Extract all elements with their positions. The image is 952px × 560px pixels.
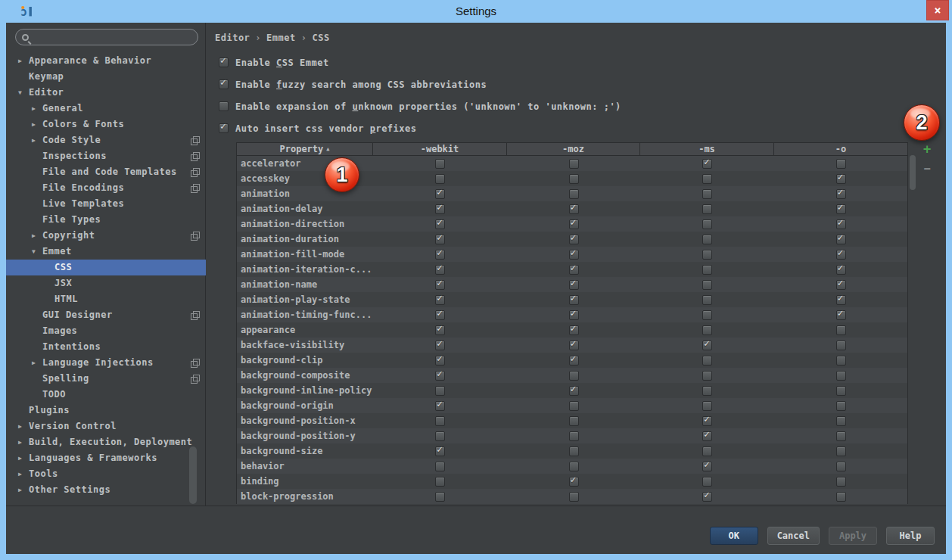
block-progression-o-checkbox[interactable] (836, 492, 846, 502)
chevron-down-icon[interactable]: ▼ (32, 244, 42, 260)
background-composite-moz-checkbox[interactable] (569, 371, 579, 381)
sidebar-scrollbar-thumb[interactable] (189, 446, 197, 504)
sidebar-item-build-execution-deployment[interactable]: ▶Build, Execution, Deployment (6, 434, 206, 450)
sidebar-item-version-control[interactable]: ▶Version Control (6, 418, 206, 434)
background-clip-o-checkbox[interactable] (836, 356, 846, 366)
animation-play-state-webkit-checkbox[interactable]: ✓ (435, 295, 445, 305)
animation-moz-checkbox[interactable] (569, 189, 579, 199)
background-origin-o-checkbox[interactable] (836, 401, 846, 411)
chevron-right-icon[interactable]: ▶ (32, 132, 42, 148)
background-inline-policy-ms-checkbox[interactable] (702, 386, 712, 396)
animation-ms-checkbox[interactable] (702, 189, 712, 199)
animation-name-webkit-checkbox[interactable]: ✓ (435, 280, 445, 290)
background-clip-ms-checkbox[interactable] (702, 356, 712, 366)
property-cell[interactable]: animation-play-state (237, 292, 373, 307)
sidebar-item-language-injections[interactable]: ▶Language Injections (6, 355, 206, 371)
chevron-right-icon[interactable]: ▶ (18, 53, 29, 69)
accesskey-ms-checkbox[interactable] (702, 174, 712, 184)
background-origin-webkit-checkbox[interactable]: ✓ (435, 401, 445, 411)
help-button[interactable]: Help (886, 527, 935, 545)
behavior-o-checkbox[interactable] (836, 462, 846, 471)
sidebar-item-intentions[interactable]: Intentions (6, 339, 206, 355)
animation-delay-webkit-checkbox[interactable]: ✓ (435, 204, 445, 214)
property-cell[interactable]: background-composite (237, 368, 373, 383)
column-header-property[interactable]: Property▲ (237, 143, 373, 155)
chevron-down-icon[interactable]: ▼ (18, 85, 29, 101)
sidebar-item-general[interactable]: ▶General (6, 101, 206, 117)
animation-iteration-c-webkit-checkbox[interactable]: ✓ (435, 265, 445, 275)
sidebar-item-file-types[interactable]: File Types (6, 212, 206, 228)
animation-direction-o-checkbox[interactable]: ✓ (836, 219, 846, 229)
chevron-right-icon[interactable]: ▶ (18, 418, 29, 434)
animation-fill-mode-moz-checkbox[interactable]: ✓ (569, 250, 579, 260)
animation-play-state-moz-checkbox[interactable]: ✓ (569, 295, 579, 305)
animation-iteration-c-o-checkbox[interactable]: ✓ (836, 265, 846, 275)
sidebar-item-todo[interactable]: TODO (6, 387, 206, 403)
sidebar-item-keymap[interactable]: Keymap (6, 69, 206, 85)
property-cell[interactable]: background-position-x (237, 413, 373, 428)
property-cell[interactable]: animation-name (237, 277, 373, 292)
property-cell[interactable]: animation-duration (237, 232, 373, 247)
accelerator-webkit-checkbox[interactable] (435, 159, 445, 169)
sidebar-item-tools[interactable]: ▶Tools (6, 466, 206, 482)
animation-direction-webkit-checkbox[interactable]: ✓ (435, 219, 445, 229)
behavior-ms-checkbox[interactable]: ✓ (702, 462, 712, 471)
background-position-y-moz-checkbox[interactable] (569, 431, 579, 441)
background-size-webkit-checkbox[interactable]: ✓ (435, 446, 445, 456)
background-composite-webkit-checkbox[interactable]: ✓ (435, 371, 445, 381)
background-size-moz-checkbox[interactable] (569, 446, 579, 456)
property-cell[interactable]: backface-visibility (237, 338, 373, 353)
background-size-ms-checkbox[interactable] (702, 446, 712, 456)
appearance-ms-checkbox[interactable] (702, 325, 712, 335)
animation-fill-mode-o-checkbox[interactable]: ✓ (836, 250, 846, 260)
animation-delay-ms-checkbox[interactable] (702, 204, 712, 214)
animation-play-state-o-checkbox[interactable]: ✓ (836, 295, 846, 305)
background-clip-moz-checkbox[interactable]: ✓ (569, 356, 579, 366)
animation-duration-o-checkbox[interactable]: ✓ (836, 235, 846, 244)
animation-direction-moz-checkbox[interactable]: ✓ (569, 219, 579, 229)
background-inline-policy-moz-checkbox[interactable]: ✓ (569, 386, 579, 396)
animation-timing-func-webkit-checkbox[interactable]: ✓ (435, 310, 445, 320)
background-size-o-checkbox[interactable] (836, 446, 846, 456)
sidebar-item-editor[interactable]: ▼Editor (6, 85, 206, 101)
block-progression-ms-checkbox[interactable]: ✓ (702, 492, 712, 502)
animation-o-checkbox[interactable]: ✓ (836, 189, 846, 199)
accelerator-moz-checkbox[interactable] (569, 159, 579, 169)
accesskey-webkit-checkbox[interactable] (435, 174, 445, 184)
sidebar-item-html[interactable]: HTML (6, 291, 206, 307)
animation-fill-mode-ms-checkbox[interactable] (702, 250, 712, 260)
accesskey-o-checkbox[interactable]: ✓ (836, 174, 846, 184)
property-cell[interactable]: animation-iteration-c... (237, 262, 373, 277)
chevron-right-icon[interactable]: ▶ (18, 434, 29, 450)
animation-timing-func-ms-checkbox[interactable] (702, 310, 712, 320)
sidebar-item-copyright[interactable]: ▶Copyright (6, 228, 206, 244)
animation-delay-moz-checkbox[interactable]: ✓ (569, 204, 579, 214)
backface-visibility-moz-checkbox[interactable]: ✓ (569, 341, 579, 350)
property-cell[interactable]: background-clip (237, 353, 373, 368)
animation-timing-func-o-checkbox[interactable]: ✓ (836, 310, 846, 320)
property-cell[interactable]: behavior (237, 459, 373, 474)
background-inline-policy-o-checkbox[interactable] (836, 386, 846, 396)
property-cell[interactable]: animation-timing-func... (237, 307, 373, 322)
auto-insert-css-vendor-prefixes-checkbox[interactable]: ✓ (219, 123, 229, 133)
sidebar-item-appearance-behavior[interactable]: ▶Appearance & Behavior (6, 53, 206, 69)
property-cell[interactable]: appearance (237, 322, 373, 338)
behavior-moz-checkbox[interactable] (569, 462, 579, 471)
sidebar-item-languages-frameworks[interactable]: ▶Languages & Frameworks (6, 450, 206, 466)
backface-visibility-ms-checkbox[interactable]: ✓ (702, 341, 712, 350)
binding-o-checkbox[interactable] (836, 477, 846, 487)
chevron-right-icon[interactable]: ▶ (32, 228, 42, 244)
sidebar-item-colors-fonts[interactable]: ▶Colors & Fonts (6, 117, 206, 132)
chevron-right-icon[interactable]: ▶ (32, 355, 42, 371)
background-position-y-webkit-checkbox[interactable] (435, 431, 445, 441)
animation-delay-o-checkbox[interactable]: ✓ (836, 204, 846, 214)
sidebar-item-code-style[interactable]: ▶Code Style (6, 132, 206, 148)
animation-fill-mode-webkit-checkbox[interactable]: ✓ (435, 250, 445, 260)
column-header-o[interactable]: -o (774, 143, 907, 155)
sidebar-item-spelling[interactable]: Spelling (6, 371, 206, 387)
chevron-right-icon[interactable]: ▶ (18, 466, 29, 482)
property-cell[interactable]: binding (237, 474, 373, 489)
column-header-ms[interactable]: -ms (640, 143, 774, 155)
sidebar-item-jsx[interactable]: JSX (6, 275, 206, 291)
property-cell[interactable]: animation-delay (237, 201, 373, 216)
